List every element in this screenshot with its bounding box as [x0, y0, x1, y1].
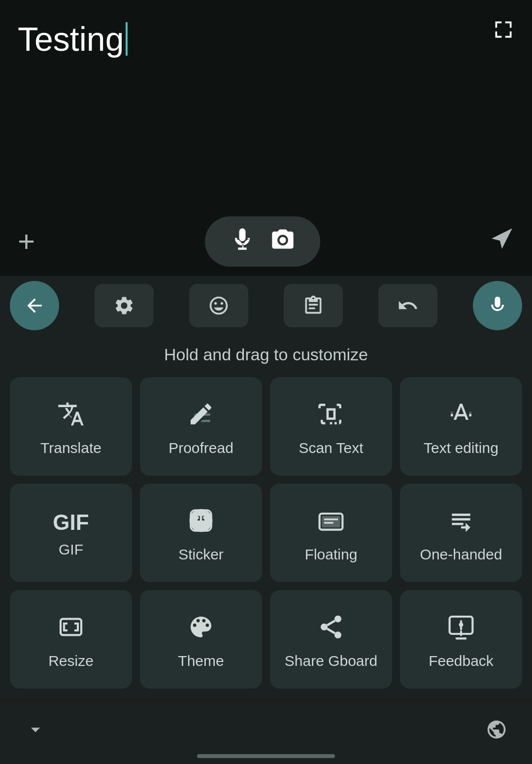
settings-button[interactable]: [95, 284, 154, 327]
resize-label: Resize: [48, 653, 94, 669]
share-gboard-label: Share Gboard: [285, 653, 377, 669]
scan-text-label: Scan Text: [299, 440, 363, 456]
resize-icon: [57, 613, 85, 645]
one-handed-button[interactable]: One-handed: [400, 484, 522, 582]
text-editing-button[interactable]: Text editing: [400, 377, 522, 476]
feedback-label: Feedback: [429, 653, 494, 669]
hint-text: Hold and drag to customize: [0, 335, 532, 377]
proofread-button[interactable]: Proofread: [140, 377, 262, 476]
proofread-icon: [187, 400, 215, 432]
text-content: Testing: [18, 20, 128, 58]
translate-icon: [57, 400, 85, 432]
theme-label: Theme: [178, 653, 224, 669]
clipboard-button[interactable]: [284, 284, 343, 327]
feedback-button[interactable]: Feedback: [400, 590, 522, 689]
back-button[interactable]: [10, 281, 59, 330]
share-icon: [317, 613, 345, 645]
mic-button[interactable]: [230, 226, 255, 257]
text-editing-icon: [447, 400, 475, 432]
toolbar-row: [0, 276, 532, 335]
plus-button[interactable]: +: [18, 227, 35, 256]
proofread-label: Proofread: [168, 440, 233, 456]
floating-icon: [317, 507, 345, 538]
camera-button[interactable]: [270, 226, 296, 257]
svg-point-10: [334, 631, 341, 638]
undo-button[interactable]: [378, 284, 437, 327]
scan-text-icon: [317, 400, 345, 432]
toolbar-mic-button[interactable]: [473, 281, 522, 330]
text-area[interactable]: Testing: [0, 0, 532, 207]
feedback-icon: [447, 613, 475, 645]
mic-camera-group: [205, 216, 320, 267]
text-editing-label: Text editing: [424, 440, 499, 456]
text-cursor: [126, 22, 128, 56]
svg-point-1: [196, 516, 199, 519]
theme-button[interactable]: Theme: [140, 590, 262, 689]
sticker-icon: [187, 507, 215, 538]
bottom-bar: [0, 705, 532, 764]
typed-text: Testing: [18, 20, 124, 58]
one-handed-icon: [447, 507, 475, 538]
gif-icon: GIF: [53, 512, 89, 533]
scan-text-button[interactable]: Scan Text: [270, 377, 392, 476]
features-grid: Translate Proofread Scan Text Te: [0, 377, 532, 698]
globe-icon[interactable]: [486, 719, 507, 745]
floating-label: Floating: [305, 546, 358, 563]
gif-label: GIF: [59, 541, 83, 558]
emoji-button[interactable]: [189, 284, 248, 327]
resize-button[interactable]: Resize: [10, 590, 132, 689]
chevron-down-button[interactable]: [25, 719, 46, 745]
gif-button[interactable]: GIF GIF: [10, 484, 132, 582]
sticker-label: Sticker: [178, 546, 224, 563]
svg-rect-4: [322, 516, 340, 527]
share-gboard-button[interactable]: Share Gboard: [270, 590, 392, 689]
svg-point-8: [334, 616, 341, 623]
send-button[interactable]: [490, 226, 514, 257]
sticker-button[interactable]: Sticker: [140, 484, 262, 582]
home-indicator: [197, 754, 335, 758]
floating-button[interactable]: Floating: [270, 484, 392, 582]
one-handed-label: One-handed: [420, 546, 502, 563]
theme-icon: [187, 613, 215, 645]
expand-icon[interactable]: [493, 19, 514, 45]
translate-button[interactable]: Translate: [10, 377, 132, 476]
svg-point-9: [321, 624, 328, 630]
translate-label: Translate: [40, 440, 101, 456]
svg-point-2: [203, 516, 206, 519]
input-row: +: [0, 207, 532, 276]
